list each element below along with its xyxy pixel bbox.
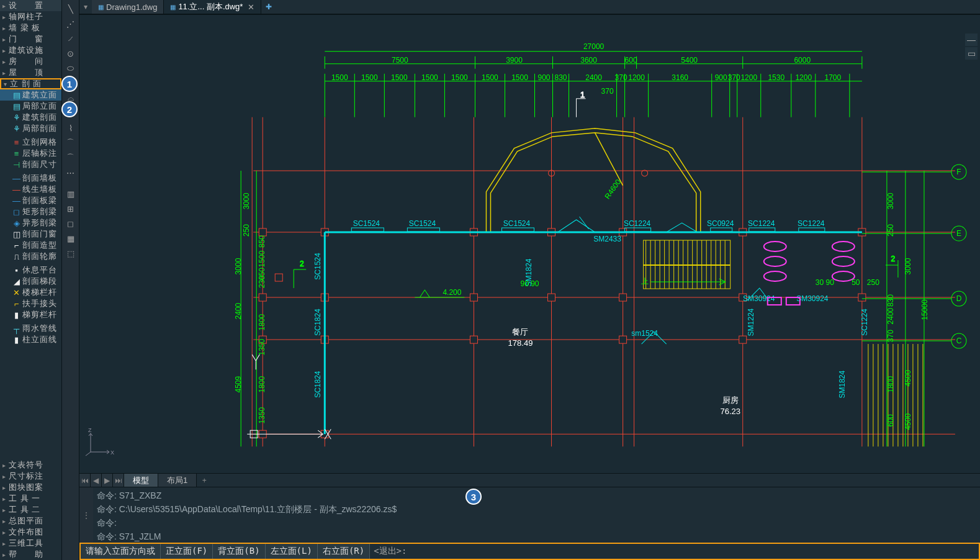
tree-item[interactable]: ▸轴网柱子 bbox=[0, 11, 61, 22]
tree-item[interactable]: ◈异形剖梁 bbox=[0, 217, 61, 228]
svg-text:850: 850 bbox=[258, 235, 266, 248]
tree-item[interactable]: ▸三维工具 bbox=[0, 538, 61, 549]
svg-rect-21 bbox=[259, 294, 266, 301]
svg-point-116 bbox=[764, 271, 786, 281]
svg-text:7500: 7500 bbox=[392, 56, 408, 65]
svg-text:1500: 1500 bbox=[451, 73, 468, 82]
tree-item[interactable]: ⚘局部剖面 bbox=[0, 123, 61, 134]
tree-item[interactable]: ▸工 具 二 bbox=[0, 504, 61, 515]
tree-item[interactable]: ▸门 窗 bbox=[0, 34, 61, 45]
tree-item[interactable]: —剖面板梁 bbox=[0, 195, 61, 206]
tool-button[interactable]: ⬚ bbox=[65, 247, 77, 260]
svg-rect-31 bbox=[619, 336, 627, 343]
tree-item[interactable]: ⚘建筑剖面 bbox=[0, 112, 61, 123]
tool-button[interactable]: ▦ bbox=[65, 232, 77, 245]
layout-last-icon[interactable]: ⏭ bbox=[113, 474, 124, 487]
tree-item[interactable]: ✕楼梯栏杆 bbox=[0, 287, 61, 298]
svg-rect-24 bbox=[548, 294, 555, 301]
tree-item[interactable]: ◢剖面梯段 bbox=[0, 276, 61, 287]
door-label: sm1524 bbox=[631, 329, 658, 338]
drawing-canvas[interactable]: R4600 SC1524 bbox=[79, 15, 980, 473]
tool-button[interactable]: ⬭ bbox=[65, 62, 77, 75]
svg-text:1350: 1350 bbox=[258, 338, 266, 355]
svg-text:1530: 1530 bbox=[768, 73, 784, 82]
tree-item[interactable]: ◻矩形剖梁 bbox=[0, 206, 61, 217]
tree-item[interactable]: ⌐剖面造型 bbox=[0, 240, 61, 251]
tool-button[interactable]: ╲ bbox=[65, 2, 77, 15]
command-option[interactable]: 背立面(B) bbox=[213, 544, 265, 559]
layout1-tab[interactable]: 布局1 bbox=[158, 474, 197, 487]
svg-rect-23 bbox=[470, 294, 477, 301]
svg-text:3000: 3000 bbox=[886, 192, 895, 209]
tree-item[interactable]: ▸尺寸标注 bbox=[0, 471, 61, 482]
tree-item[interactable]: ▸文表符号 bbox=[0, 459, 61, 471]
tool-button[interactable]: ⌒ bbox=[65, 151, 77, 164]
tool-button[interactable]: ⋯ bbox=[65, 166, 77, 179]
svg-text:600: 600 bbox=[625, 56, 637, 65]
close-icon[interactable]: ✕ bbox=[248, 2, 254, 12]
svg-text:6000: 6000 bbox=[794, 56, 811, 65]
tool-button[interactable]: ⌒ bbox=[65, 137, 77, 149]
tree-item[interactable]: ▸帮 助 bbox=[0, 549, 61, 560]
svg-text:3000: 3000 bbox=[234, 258, 243, 274]
command-option[interactable]: 正立面(F) bbox=[161, 544, 213, 559]
svg-text:1800: 1800 bbox=[258, 314, 266, 330]
document-tab[interactable]: ▦11.立... 副本.dwg*✕ bbox=[164, 0, 261, 14]
tree-item[interactable]: —剖面墙板 bbox=[0, 173, 61, 184]
svg-rect-75 bbox=[351, 228, 384, 232]
tree-item[interactable]: ▸房 间 bbox=[0, 56, 61, 67]
tree-item[interactable]: ▤建筑立面 bbox=[0, 89, 61, 101]
callout-3: 3 bbox=[465, 489, 482, 505]
window-label: SC1224 bbox=[624, 219, 651, 228]
tree-item[interactable]: ≡层轴标注 bbox=[0, 148, 61, 159]
svg-text:4500: 4500 bbox=[904, 413, 912, 430]
tree-item[interactable]: ▸屋 顶 bbox=[0, 67, 61, 78]
tree-item[interactable]: ▸工 具 一 bbox=[0, 493, 61, 504]
tool-button[interactable]: ⟋ bbox=[65, 32, 77, 45]
layout-prev-icon[interactable]: ◀ bbox=[91, 474, 102, 487]
tree-item[interactable]: ▸墙 梁 板 bbox=[0, 22, 61, 34]
tree-item[interactable]: ⊣剖面尺寸 bbox=[0, 159, 61, 170]
command-option[interactable]: 右立面(R) bbox=[318, 544, 370, 559]
tool-button[interactable]: ⊞ bbox=[65, 202, 77, 215]
add-layout-button[interactable]: + bbox=[197, 474, 212, 487]
room-label: 厨房 bbox=[722, 395, 739, 405]
svg-rect-126 bbox=[275, 274, 282, 281]
tree-item[interactable]: ▸图块图案 bbox=[0, 482, 61, 493]
new-tab-button[interactable]: ✚ bbox=[261, 0, 276, 14]
tool-button[interactable]: ⋰ bbox=[65, 17, 77, 30]
command-handle-icon[interactable]: ⋮ bbox=[79, 487, 93, 543]
command-option[interactable]: 左立面(L) bbox=[266, 544, 318, 559]
tree-item[interactable]: ▸总图平面 bbox=[0, 515, 61, 526]
tree-item[interactable]: ≡立剖网格 bbox=[0, 137, 61, 148]
command-input[interactable] bbox=[410, 544, 979, 559]
tree-item[interactable]: ▮梯剪栏杆 bbox=[0, 309, 61, 320]
window-label: SC1824 bbox=[313, 371, 322, 398]
tree-item[interactable]: ▸设 置 bbox=[0, 0, 61, 11]
tree-item[interactable]: ▤局部立面 bbox=[0, 101, 61, 112]
svg-rect-25 bbox=[619, 294, 627, 301]
tree-item[interactable]: ⎍剖面轮廓 bbox=[0, 251, 61, 262]
tree-item[interactable]: —线生墙板 bbox=[0, 184, 61, 195]
tree-item[interactable]: ┬雨水管线 bbox=[0, 323, 61, 334]
tree-item[interactable]: ▾立 剖 面 bbox=[0, 78, 61, 89]
tool-button[interactable]: ◻ bbox=[65, 217, 77, 230]
tree-item[interactable]: ⌐扶手接头 bbox=[0, 298, 61, 309]
layout-next-icon[interactable]: ▶ bbox=[102, 474, 113, 487]
svg-text:370: 370 bbox=[886, 330, 895, 342]
model-tab[interactable]: 模型 bbox=[124, 474, 158, 487]
dim-total: 27000 bbox=[583, 42, 605, 51]
tool-button[interactable]: ⊙ bbox=[65, 47, 77, 60]
tree-item[interactable]: ◫剖面门窗 bbox=[0, 228, 61, 240]
window-label: SC1524 bbox=[409, 219, 436, 228]
tool-button[interactable]: ⌇ bbox=[65, 122, 77, 134]
tree-item[interactable]: ▪休息平台 bbox=[0, 264, 61, 276]
layout-first-icon[interactable]: ⏮ bbox=[79, 474, 91, 487]
window-label: SC1824 bbox=[313, 309, 322, 336]
tree-item[interactable]: ▸文件布图 bbox=[0, 526, 61, 538]
tool-button[interactable]: ▥ bbox=[65, 187, 77, 200]
tree-item[interactable]: ▮柱立面线 bbox=[0, 334, 61, 345]
tree-item[interactable]: ▸建筑设施 bbox=[0, 45, 61, 56]
tab-list-dropdown[interactable]: ▾ bbox=[79, 0, 92, 14]
document-tab[interactable]: ▦Drawing1.dwg bbox=[92, 0, 164, 14]
